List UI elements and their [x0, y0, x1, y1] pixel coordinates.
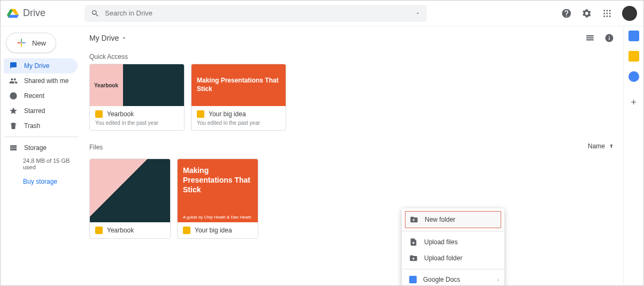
- breadcrumb-label: My Drive: [89, 34, 119, 42]
- file-name: Yearbook: [107, 227, 134, 234]
- ctx-label: Upload folder: [424, 254, 462, 262]
- quick-access-sub: You edited in the past year: [95, 120, 179, 126]
- slides-icon: [197, 110, 204, 118]
- sidebar-item-label: Trash: [24, 122, 40, 130]
- calendar-icon[interactable]: [628, 31, 639, 41]
- clock-icon: [9, 92, 18, 100]
- quick-access-card[interactable]: Making Presentations That Stick Your big…: [191, 64, 286, 131]
- upload-folder-icon: [409, 254, 418, 262]
- quick-access-sub: You edited in the past year: [197, 120, 280, 126]
- sidebar-item-label: My Drive: [24, 62, 49, 70]
- quick-access-card[interactable]: Yearbook Yearbook You edited in the past…: [89, 64, 185, 131]
- slides-icon: [183, 227, 190, 234]
- quick-access-name: Yearbook: [107, 110, 134, 118]
- plus-icon: [16, 37, 27, 48]
- logo-area[interactable]: Drive: [7, 7, 85, 19]
- top-bar: Drive: [1, 1, 643, 26]
- chevron-right-icon: ›: [497, 277, 499, 283]
- file-thumb: [90, 159, 170, 222]
- storage-icon: [9, 144, 18, 152]
- svg-point-9: [603, 15, 605, 17]
- search-icon: [91, 9, 99, 18]
- slides-icon: [95, 227, 103, 234]
- content-area: My Drive Quick Access Yearbook Yearbook …: [81, 26, 623, 285]
- help-icon[interactable]: [561, 8, 572, 19]
- sidebar-item-shared[interactable]: Shared with me: [4, 73, 78, 88]
- sidebar-item-label: Starred: [24, 107, 45, 115]
- ctx-upload-files[interactable]: Upload files: [402, 234, 504, 250]
- files-label: Files: [89, 144, 103, 151]
- sidebar: New My Drive Shared with me Recent Starr…: [1, 26, 81, 285]
- new-button[interactable]: New: [6, 33, 56, 53]
- upload-file-icon: [409, 238, 418, 246]
- quick-access-label: Quick Access: [89, 53, 615, 61]
- file-thumb: Making Presentations That Stick A guide …: [178, 159, 258, 222]
- svg-point-7: [607, 12, 608, 14]
- right-rail: +: [623, 26, 643, 285]
- sidebar-item-label: Storage: [24, 144, 47, 152]
- sidebar-item-storage[interactable]: Storage: [4, 140, 78, 155]
- new-button-label: New: [32, 39, 46, 47]
- svg-point-4: [607, 10, 608, 11]
- sidebar-item-recent[interactable]: Recent: [4, 88, 78, 103]
- svg-point-11: [609, 15, 611, 17]
- sidebar-item-label: Shared with me: [24, 77, 68, 85]
- svg-point-10: [607, 15, 608, 17]
- ctx-new-folder[interactable]: New folder: [405, 211, 501, 228]
- ctx-upload-folder[interactable]: Upload folder: [402, 250, 504, 266]
- sidebar-item-trash[interactable]: Trash: [4, 118, 78, 133]
- docs-icon: [409, 276, 417, 283]
- slides-icon: [95, 110, 103, 118]
- ctx-label: New folder: [425, 216, 455, 223]
- sidebar-item-mydrive[interactable]: My Drive: [4, 58, 78, 73]
- ctx-label: Upload files: [424, 238, 458, 246]
- star-icon: [9, 107, 18, 115]
- gear-icon[interactable]: [581, 8, 592, 19]
- breadcrumb[interactable]: My Drive: [89, 34, 127, 42]
- app-name: Drive: [23, 7, 45, 19]
- drive-logo-icon: [7, 7, 19, 19]
- apps-icon[interactable]: [602, 8, 612, 19]
- quick-access-thumb: Making Presentations That Stick: [191, 64, 286, 106]
- search-input[interactable]: [105, 9, 410, 17]
- people-icon: [9, 77, 18, 85]
- buy-storage-link[interactable]: Buy storage: [4, 175, 78, 185]
- avatar[interactable]: [622, 6, 637, 21]
- arrow-up-icon: [608, 143, 615, 149]
- svg-point-5: [609, 10, 611, 11]
- top-right-actions: [561, 6, 637, 21]
- add-icon[interactable]: +: [631, 97, 637, 108]
- ctx-label: Google Docs: [423, 276, 460, 283]
- quick-access-thumb: Yearbook: [90, 64, 184, 106]
- svg-point-6: [603, 12, 605, 14]
- svg-point-8: [609, 12, 611, 14]
- ctx-google-docs[interactable]: Google Docs ›: [402, 272, 504, 285]
- chevron-down-icon: [121, 35, 127, 41]
- tasks-icon[interactable]: [628, 71, 639, 82]
- sort-button[interactable]: Name: [588, 142, 615, 150]
- mydrive-icon: [9, 62, 18, 70]
- dropdown-icon[interactable]: [415, 11, 420, 16]
- sidebar-item-starred[interactable]: Starred: [4, 103, 78, 118]
- storage-usage: 24.8 MB of 15 GB used: [4, 155, 78, 175]
- svg-marker-2: [9, 14, 19, 18]
- search-box[interactable]: [85, 5, 427, 22]
- quick-access-name: Your big idea: [209, 110, 246, 118]
- trash-icon: [9, 122, 18, 130]
- file-card[interactable]: Making Presentations That Stick A guide …: [177, 159, 258, 239]
- svg-point-3: [603, 10, 605, 11]
- keep-icon[interactable]: [628, 51, 639, 62]
- new-folder-icon: [410, 215, 418, 224]
- context-menu: New folder Upload files Upload folder Go…: [402, 208, 504, 285]
- info-icon[interactable]: [604, 33, 615, 43]
- sort-label: Name: [588, 142, 605, 150]
- list-view-icon[interactable]: [585, 33, 595, 43]
- sidebar-item-label: Recent: [24, 92, 44, 100]
- file-card[interactable]: Yearbook: [89, 159, 171, 239]
- file-name: Your big idea: [195, 227, 232, 234]
